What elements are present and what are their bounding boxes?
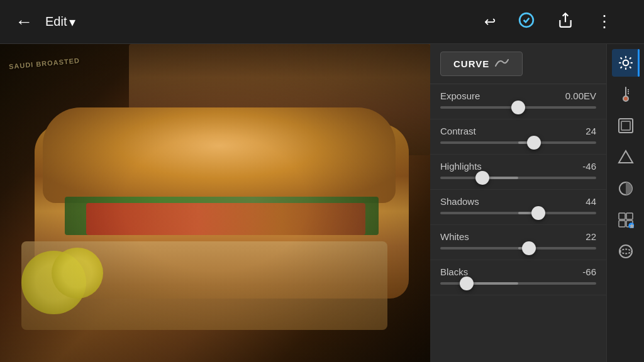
curve-section: CURVE — [430, 44, 606, 84]
color-button[interactable] — [612, 175, 640, 202]
edit-menu[interactable]: Edit ▾ — [45, 14, 75, 30]
slider-value-contrast: 24 — [565, 126, 596, 136]
curve-icon — [494, 57, 509, 70]
slider-value-blacks: -66 — [565, 266, 596, 277]
color-temp-button[interactable] — [612, 80, 640, 108]
confirm-button[interactable] — [514, 8, 538, 36]
main-content: SAUDI BROASTED CURVE Exposure0.00EVContr… — [0, 44, 644, 362]
slider-item-highlights: Highlights-46 — [430, 155, 606, 190]
slider-thumb-contrast[interactable] — [527, 136, 541, 150]
slider-track-whites[interactable] — [440, 247, 596, 250]
top-bar-actions: ↩ ⋮ — [480, 8, 615, 36]
svg-rect-20 — [626, 213, 633, 219]
grain-button[interactable] — [612, 143, 640, 171]
slider-label-exposure: Exposure — [440, 90, 480, 101]
dropdown-icon: ▾ — [69, 14, 75, 30]
slider-item-whites: Whites22 — [430, 225, 606, 260]
active-indicator — [638, 49, 640, 77]
slider-label-contrast: Contrast — [440, 126, 476, 136]
svg-line-9 — [630, 58, 631, 59]
sliders-panel: CURVE Exposure0.00EVContrast24Highlights… — [430, 44, 606, 362]
hsl-button[interactable]: ★ — [612, 206, 640, 234]
slider-thumb-highlights[interactable] — [475, 171, 489, 185]
slider-label-highlights: Highlights — [440, 161, 482, 172]
slider-item-exposure: Exposure0.00EV — [430, 84, 606, 119]
slider-thumb-exposure[interactable] — [511, 101, 525, 114]
top-bar-left: ← Edit ▾ — [10, 9, 480, 35]
slider-track-exposure[interactable] — [440, 106, 596, 109]
svg-point-2 — [623, 60, 628, 66]
slider-value-highlights: -46 — [565, 161, 596, 172]
slider-item-shadows: Shadows44 — [430, 190, 606, 225]
share-button[interactable] — [553, 8, 577, 36]
slider-label-blacks: Blacks — [440, 266, 468, 277]
edit-label: Edit — [45, 14, 67, 29]
curve-button[interactable]: CURVE — [440, 52, 523, 76]
slider-value-exposure: 0.00EV — [565, 90, 596, 101]
slider-thumb-shadows[interactable] — [531, 206, 545, 220]
svg-marker-17 — [619, 151, 633, 163]
food-image: SAUDI BROASTED — [0, 44, 430, 362]
lens-button[interactable] — [612, 238, 640, 265]
vignette-button[interactable] — [612, 112, 640, 140]
light-tools-button[interactable] — [612, 49, 640, 77]
slider-item-contrast: Contrast24 — [430, 119, 606, 155]
side-icons-panel: ★ — [606, 44, 644, 362]
top-bar: ← Edit ▾ ↩ ⋮ — [0, 0, 644, 44]
back-button[interactable]: ← — [10, 9, 38, 35]
curve-label: CURVE — [453, 58, 489, 69]
slider-track-blacks[interactable] — [440, 282, 596, 285]
slider-track-shadows[interactable] — [440, 212, 596, 214]
slider-thumb-whites[interactable] — [522, 241, 536, 255]
slider-item-blacks: Blacks-66 — [430, 260, 606, 295]
sliders-container: Exposure0.00EVContrast24Highlights-46Sha… — [430, 84, 606, 295]
slider-label-whites: Whites — [440, 231, 469, 242]
more-button[interactable]: ⋮ — [592, 8, 615, 35]
undo-button[interactable]: ↩ — [480, 10, 499, 34]
svg-rect-21 — [619, 221, 625, 227]
slider-track-highlights[interactable] — [440, 177, 596, 179]
slider-value-whites: 22 — [565, 231, 596, 242]
slider-value-shadows: 44 — [565, 196, 596, 207]
right-panel: CURVE Exposure0.00EVContrast24Highlights… — [430, 44, 644, 362]
slider-thumb-blacks[interactable] — [460, 277, 474, 290]
image-area: SAUDI BROASTED — [0, 44, 430, 362]
svg-line-7 — [620, 58, 621, 59]
svg-rect-16 — [621, 121, 630, 130]
svg-line-10 — [620, 67, 621, 68]
svg-point-11 — [623, 96, 628, 101]
svg-point-25 — [619, 245, 632, 258]
svg-line-8 — [630, 67, 631, 68]
slider-track-contrast[interactable] — [440, 141, 596, 144]
svg-rect-19 — [619, 213, 625, 219]
slider-label-shadows: Shadows — [440, 196, 479, 207]
